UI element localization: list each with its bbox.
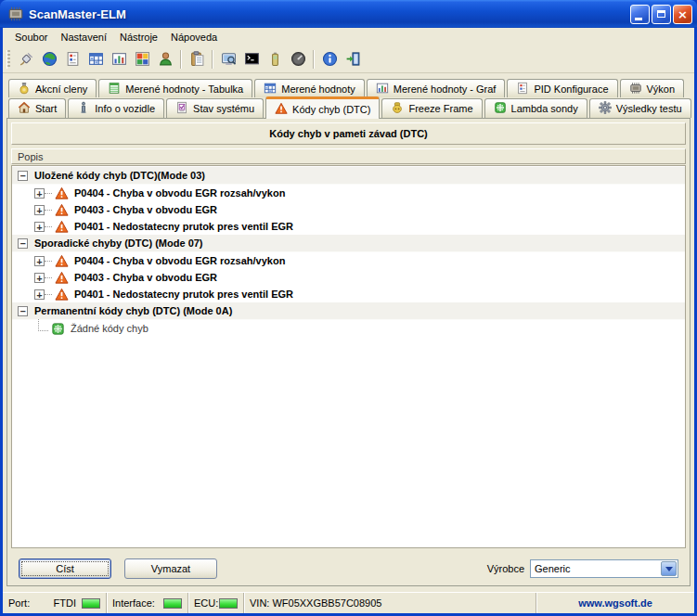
tree-dtc-row[interactable]: +P0403 - Chyba v obvodu EGR [12,201,685,218]
collapse-icon[interactable]: − [18,238,28,249]
close-button[interactable]: × [673,5,692,24]
terminal-icon [244,51,260,69]
tab-lambda-sondy[interactable]: Lambda sondy [484,98,587,118]
warning-icon [55,220,70,234]
tab-merene-hodnoty-tabulka[interactable]: Merené hodnoty - Tabulka [98,79,252,97]
app-chip-icon [7,6,24,22]
battery-toolbar-button[interactable] [264,48,286,71]
toolbar-separator [180,50,182,69]
read-button[interactable]: Císt [19,558,111,579]
manufacturer-value: Generic [531,563,661,574]
tab-akcni-cleny[interactable]: Akcní cleny [8,79,97,97]
globe-toolbar-button[interactable] [38,48,60,71]
chart-toolbar-button[interactable] [108,48,130,71]
chevron-down-icon[interactable] [661,561,677,576]
collapse-icon[interactable]: − [18,306,28,316]
tree-no-dtc-row[interactable]: Žádné kódy chyb [12,320,685,337]
interface-label: Interface: [112,597,155,609]
chart-icon [111,51,127,69]
lambda-icon [494,101,507,116]
no-dtc-icon [51,322,66,336]
toolbar-grip[interactable] [6,50,10,69]
tree-item-label: Uložené kódy chyb (DTC)(Mode 03) [34,170,205,181]
tree-item-label: Permanentní kódy chyb (DTC) (Mode 0A) [34,305,232,316]
clear-button[interactable]: Vymazat [124,558,217,579]
tab-kody-chyb-dtc[interactable]: Kódy chyb (DTC) [265,96,380,119]
tree-item-label: Sporadické chyby (DTC) (Mode 07) [34,237,203,249]
tree-item-label: P0403 - Chyba v obvodu EGR [74,272,217,283]
manufacturer-select[interactable]: Generic [530,559,678,578]
menu-nastaveni[interactable]: Nastavení [54,30,113,45]
tab-merene-hodnoty-graf[interactable]: Merené hodnoty - Graf [367,79,506,97]
values-grid-toolbar-button[interactable] [84,48,107,71]
expand-icon[interactable]: + [34,188,45,199]
info-toolbar-button[interactable] [318,48,341,71]
ecu-led-indicator [219,598,238,609]
tab-vysledky-testu[interactable]: Výsledky testu [589,98,691,118]
pid-document-icon [516,82,529,96]
status-vin: VIN: WF05XXGBB57C08905 [244,593,536,613]
gauge-toolbar-button[interactable] [287,48,309,71]
dashboard-toolbar-button[interactable] [131,48,153,71]
port-value: FTDI [54,597,76,609]
tab-label: Výsledky testu [616,103,682,114]
interface-led-indicator [163,598,182,609]
tree-dtc-row[interactable]: +P0401 - Nedostatecny prutok pres ventil… [12,218,685,235]
tab-pid-konfigurace[interactable]: PID Konfigurace [507,79,617,97]
tree-connector-line [45,261,52,262]
warning-icon [55,186,70,200]
maximize-icon [657,10,665,18]
tree-item-label: P0401 - Nedostatecny prutok pres ventil … [74,289,293,300]
freeze-frame-icon [391,101,404,116]
vin-value: VIN: WF05XXGBB57C08905 [250,597,381,609]
expand-icon[interactable]: + [34,222,45,232]
tree-dtc-row[interactable]: +P0404 - Chyba v obvodu EGR rozsah/vykon [12,252,685,269]
tree-dtc-row[interactable]: +P0403 - Chyba v obvodu EGR [12,269,685,286]
exit-toolbar-button[interactable] [342,48,364,71]
tree-connector-line [45,193,52,194]
menu-nastroje[interactable]: Nástroje [113,30,164,45]
status-bar: Port: FTDI Interface: ECU: VIN: WF05XXGB… [3,592,694,613]
maximize-button[interactable] [652,5,671,24]
tab-vykon[interactable]: Výkon [620,79,685,97]
tree-dtc-row[interactable]: +P0401 - Nedostatecny prutok pres ventil… [12,286,685,302]
tab-label: Info o vozidle [95,103,155,114]
tree-dtc-row[interactable]: +P0404 - Chyba v obvodu EGR rozsah/vykon [12,185,685,201]
clipboard-toolbar-button[interactable] [186,48,208,71]
status-website: www.wgsoft.de [536,593,694,613]
menu-soubor[interactable]: Soubor [8,30,54,45]
tab-info-o-vozidle[interactable]: Info o vozidle [68,98,164,118]
connector-toolbar-button[interactable] [15,48,37,71]
title-bar[interactable]: ScanMaster-ELM × [0,0,697,28]
expand-icon[interactable]: + [34,205,45,215]
info-icon [322,51,338,69]
tab-row-secondary: Akcní clenyMerené hodnoty - TabulkaMeren… [3,79,694,97]
tab-freeze-frame[interactable]: Freeze Frame [381,98,482,118]
terminal-toolbar-button[interactable] [240,48,263,71]
expand-icon[interactable]: + [34,256,45,266]
tree-group-row[interactable]: −Sporadické chyby (DTC) (Mode 07) [12,235,685,252]
minimize-button[interactable] [630,5,650,24]
monitor-search-toolbar-button[interactable] [217,48,239,71]
tree-group-row[interactable]: −Uložené kódy chyb (DTC)(Mode 03) [12,167,685,185]
tree-item-label: Žádné kódy chyb [71,323,148,334]
tab-start[interactable]: Start [8,98,66,118]
tab-label: Lambda sondy [511,103,578,114]
action-button-row: Císt Vymazat Výrobce Generic [7,552,690,585]
collapse-icon[interactable]: − [18,171,28,181]
status-interface: Interface: [107,593,188,613]
column-header-popis[interactable]: Popis [11,148,686,164]
tab-label: Merené hodnoty - Tabulka [125,83,243,95]
menu-napoveda[interactable]: Nápoveda [164,30,224,45]
tab-stav-systemu[interactable]: Stav systému [166,98,264,118]
chart-icon [376,82,389,96]
website-link[interactable]: www.wgsoft.de [578,597,652,609]
expand-icon[interactable]: + [34,273,45,283]
tree-group-row[interactable]: −Permanentní kódy chyb (DTC) (Mode 0A) [12,302,685,320]
expand-icon[interactable]: + [34,289,45,300]
battery-icon [267,51,283,69]
client-area: SouborNastaveníNástrojeNápoveda Akcní cl… [3,28,694,613]
user-toolbar-button[interactable] [154,48,176,71]
pid-document-toolbar-button[interactable] [61,48,84,71]
tab-merene-hodnoty[interactable]: Merené hodnoty [254,79,365,97]
